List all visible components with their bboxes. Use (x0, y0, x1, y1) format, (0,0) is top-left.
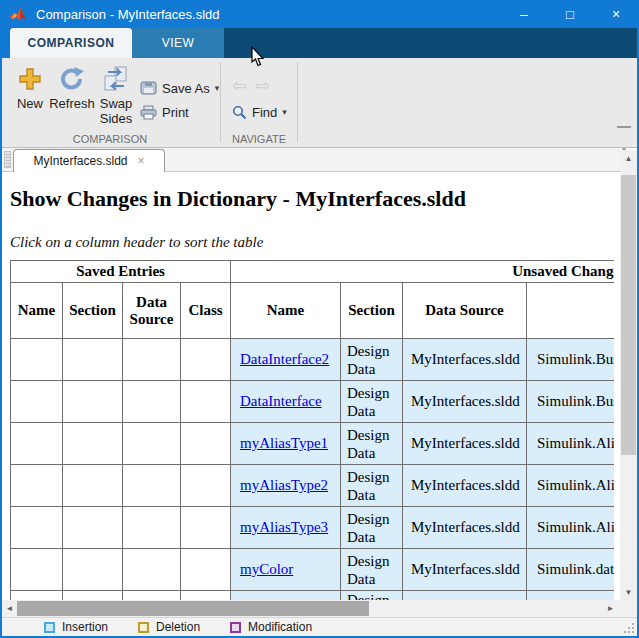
print-button[interactable]: Print (140, 102, 189, 122)
unsaved-class-cell: Simulink.Bus (527, 339, 614, 381)
document-tab-close-icon[interactable]: × (138, 154, 145, 168)
legend-insertion: Insertion (44, 620, 108, 634)
scroll-up-icon[interactable]: ▲ (620, 150, 637, 166)
saved-source-header[interactable]: Data Source (123, 283, 181, 339)
group-header-saved[interactable]: Saved Entries (11, 261, 231, 283)
unsaved-source-cell: MyInterfaces.sldd (403, 507, 527, 549)
column-header-row: Name Section Data Source Class Name Sect… (11, 283, 615, 339)
report-content: Show Changes in Dictionary - MyInterface… (2, 172, 620, 600)
save-as-icon (140, 81, 157, 95)
saved-empty-cell (11, 339, 63, 381)
table-row: DataInterfaceDesign DataMyInterfaces.sld… (11, 381, 615, 423)
horizontal-scrollbar[interactable]: ◄ ► (2, 600, 637, 617)
saved-empty-cell (63, 507, 123, 549)
swap-sides-label: SwapSides (94, 96, 138, 126)
legend-modification-label: Modification (248, 620, 312, 634)
window-controls: – □ × (501, 0, 639, 28)
saved-empty-cell (181, 381, 231, 423)
entry-link[interactable]: myAliasType2 (240, 477, 328, 493)
vertical-scrollbar-thumb[interactable] (621, 175, 636, 455)
titlebar: Comparison - MyInterfaces.sldd – □ × (0, 0, 639, 28)
collapse-ribbon-icon[interactable] (617, 126, 631, 148)
unsaved-name-cell: DataInterface (231, 381, 341, 423)
table-row: myAliasType1Design DataMyInterfaces.sldd… (11, 423, 615, 465)
unsaved-source-header[interactable]: Data Source (403, 283, 527, 339)
unsaved-source-cell (403, 591, 527, 601)
saved-empty-cell (11, 423, 63, 465)
print-icon (140, 105, 157, 120)
refresh-icon (46, 62, 98, 96)
insertion-swatch-icon (44, 622, 55, 633)
saved-empty-cell (181, 339, 231, 381)
section-label-comparison: COMPARISON (4, 133, 216, 145)
vertical-scrollbar[interactable]: ▲ ▼ (620, 150, 637, 600)
entry-link[interactable]: DataInterface (240, 393, 322, 409)
unsaved-source-cell: MyInterfaces.sldd (403, 381, 527, 423)
entry-link[interactable]: myColor (240, 561, 293, 577)
save-as-dropdown-icon: ▾ (215, 83, 220, 93)
unsaved-source-cell: MyInterfaces.sldd (403, 423, 527, 465)
resize-grip-icon[interactable] (624, 623, 634, 633)
legend-modification: Modification (230, 620, 312, 634)
entry-link[interactable]: myAliasType3 (240, 519, 328, 535)
ribbon: New Refresh SwapSides (0, 58, 639, 148)
saved-empty-cell (123, 591, 181, 601)
horizontal-scrollbar-thumb[interactable] (17, 601, 369, 616)
scroll-right-icon[interactable]: ► (603, 600, 618, 617)
unsaved-name-cell: myColor (231, 549, 341, 591)
forward-icon[interactable]: ⇨ (255, 75, 270, 97)
unsaved-name-header[interactable]: Name (231, 283, 341, 339)
group-header-unsaved[interactable]: Unsaved Changes (231, 261, 614, 283)
saved-empty-cell (11, 591, 63, 601)
entry-link[interactable]: DataInterface2 (240, 351, 329, 367)
modification-swatch-icon (230, 622, 241, 633)
back-icon[interactable]: ⇦ (232, 75, 247, 97)
find-label: Find (252, 105, 277, 120)
saved-empty-cell (11, 549, 63, 591)
drag-grip[interactable] (4, 151, 11, 168)
swap-sides-button[interactable]: SwapSides (94, 62, 138, 126)
table-row: myAliasType2Design DataMyInterfaces.sldd… (11, 465, 615, 507)
maximize-button[interactable]: □ (547, 0, 593, 28)
unsaved-class-cell: Simulink.Bus (527, 381, 614, 423)
scroll-left-icon[interactable]: ◄ (2, 600, 17, 617)
unsaved-section-cell: Design Data (341, 507, 403, 549)
app-window: Comparison - MyInterfaces.sldd – □ × COM… (0, 0, 639, 638)
unsaved-section-cell: Design Data (341, 549, 403, 591)
unsaved-class-cell: Simulink.data. (527, 549, 614, 591)
group-header-row: Saved Entries Unsaved Changes (11, 261, 615, 283)
entry-link[interactable]: myAliasType1 (240, 435, 328, 451)
navigate-arrows: ⇦ ⇨ (232, 76, 270, 96)
saved-empty-cell (63, 591, 123, 601)
unsaved-section-cell: Design Data (341, 423, 403, 465)
save-as-button[interactable]: Save As ▾ (140, 78, 219, 98)
comparison-table-viewport: Saved Entries Unsaved Changes Name Secti… (10, 260, 614, 600)
saved-empty-cell (11, 507, 63, 549)
saved-empty-cell (123, 339, 181, 381)
unsaved-section-header[interactable]: Section (341, 283, 403, 339)
table-row: myAliasType3Design DataMyInterfaces.sldd… (11, 507, 615, 549)
unsaved-section-cell: Design Data (341, 381, 403, 423)
refresh-button[interactable]: Refresh (46, 62, 98, 111)
saved-class-header[interactable]: Class (181, 283, 231, 339)
mouse-cursor (251, 46, 265, 67)
unsaved-name-cell (231, 591, 341, 601)
minimize-button[interactable]: – (501, 0, 547, 28)
scroll-down-icon[interactable]: ▼ (620, 584, 637, 600)
unsaved-source-cell: MyInterfaces.sldd (403, 339, 527, 381)
tab-view[interactable]: VIEW (132, 28, 224, 58)
unsaved-class-header[interactable] (527, 283, 614, 339)
table-row: DataInterface2Design DataMyInterfaces.sl… (11, 339, 615, 381)
tab-comparison[interactable]: COMPARISON (10, 28, 132, 58)
document-tab[interactable]: MyInterfaces.sldd × (13, 149, 165, 172)
saved-name-header[interactable]: Name (11, 283, 63, 339)
saved-empty-cell (63, 423, 123, 465)
unsaved-name-cell: myAliasType1 (231, 423, 341, 465)
unsaved-name-cell: myAliasType3 (231, 507, 341, 549)
find-button[interactable]: Find ▾ (232, 102, 287, 122)
saved-section-header[interactable]: Section (63, 283, 123, 339)
section-label-navigate: NAVIGATE (222, 133, 296, 145)
saved-empty-cell (63, 339, 123, 381)
close-button[interactable]: × (593, 0, 639, 28)
refresh-label: Refresh (46, 96, 98, 111)
